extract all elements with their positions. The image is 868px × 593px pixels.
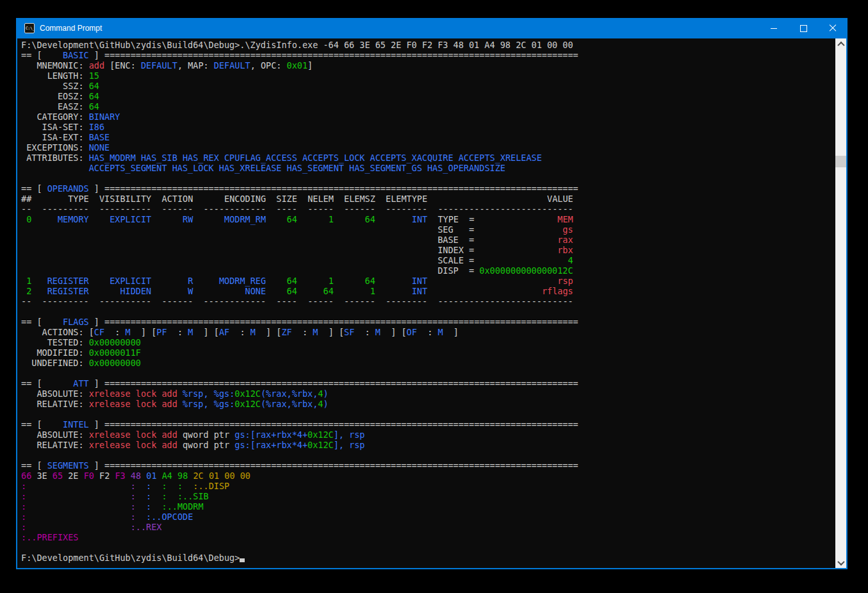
scrollbar[interactable] [835,38,846,568]
text-segment: ELEMSZ [344,194,375,204]
text-segment: 1 [370,286,375,296]
close-button[interactable] [818,18,848,38]
text-segment [26,501,131,512]
text-segment [63,471,68,481]
text-segment: -------------------------- [438,204,573,214]
text-segment [474,214,557,224]
text-segment: F:\Development\GitHub\zydis\Build64\Debu… [21,553,240,563]
chevron-down-icon [837,558,844,565]
text-segment: == [ [21,183,47,194]
text-segment [334,296,344,306]
text-segment: : [131,491,136,501]
text-segment: 1 [21,276,31,286]
text-segment: 0x12C [307,440,334,450]
text-segment: ---- [276,204,297,214]
text-segment: == [ [21,50,47,60]
text-segment: 0x0000011F [89,347,141,358]
scroll-down-button[interactable] [835,557,846,568]
text-segment: PF [156,327,167,337]
text-segment: ----- [307,296,334,306]
text-segment: xrelease lock add [89,399,177,409]
text-segment [151,276,188,286]
text-segment: 64 [323,286,334,296]
console-line: == [ FLAGS ] ===========================… [21,317,835,327]
text-segment: : [21,501,26,512]
text-segment: xrelease lock add [89,388,177,399]
text-segment [427,194,547,204]
text-segment [21,224,438,235]
text-segment: M [375,327,381,337]
maximize-icon [800,25,807,32]
text-segment: gs [562,224,573,235]
text-segment: AF [219,327,229,337]
text-segment: ## [21,194,31,204]
text-segment: qword ptr [177,430,234,440]
console-line: : : :..OPCODE [21,512,835,522]
console-line: EOSZ: 64 [21,91,835,101]
text-segment [297,194,307,204]
text-segment: xrelease lock add [89,440,177,450]
text-segment: qword ptr [177,440,234,450]
text-segment: 2C [193,471,203,481]
text-segment: ========================================… [104,183,578,194]
text-segment: ] [ [131,327,157,337]
console-line: CATEGORY: BINARY [21,112,835,122]
text-segment: BASIC [47,50,89,60]
scrollbar-thumb[interactable] [835,156,846,167]
text-segment [266,214,287,224]
text-segment: TYPE = [438,214,474,224]
text-segment [266,286,287,296]
console-line [21,450,835,460]
title-bar[interactable]: C:\_ Command Prompt [16,18,848,38]
minimize-button[interactable] [759,18,789,38]
console-line: == [ ATT ] =============================… [21,378,835,388]
text-segment: ] [89,183,104,194]
console-line: : : : : : :..DISP [21,481,835,491]
text-cursor [240,558,245,562]
text-segment: -- [21,204,31,214]
text-segment: M [126,327,131,337]
console-line: : : : :..MODRM [21,501,835,512]
text-segment: INT [412,276,427,286]
text-segment: 0x00000000 [89,358,141,368]
text-segment: MNEMONIC: [21,60,89,71]
text-segment: NONE [89,142,110,153]
text-segment [151,296,161,306]
text-segment: ] [443,327,459,337]
scroll-up-button[interactable] [835,38,846,49]
text-segment [21,235,438,245]
text-segment: ------ [344,296,375,306]
console-line: ISA-EXT: BASE [21,132,835,142]
text-segment: DEFAULT [214,60,250,71]
text-segment: : [417,327,438,337]
text-segment: : [162,491,167,501]
text-segment: : [229,327,250,337]
text-segment: xrelease lock add [89,430,177,440]
text-segment: ] [89,50,104,60]
console-line: : :..REX [21,522,835,532]
console-line: 1 REGISTER EXPLICIT R MODRM_REG 64 1 64 … [21,276,835,286]
text-segment: RELATIVE: [21,399,89,409]
text-segment: EXCEPTIONS: [21,142,89,153]
text-segment: HIDDEN [120,286,151,296]
console-output[interactable]: F:\Development\GitHub\zydis\Build64\Debu… [17,38,835,568]
text-segment [167,491,177,501]
console-line: ISA-SET: I86 [21,122,835,132]
text-segment: ========================================… [104,378,578,388]
text-segment: FLAGS [47,317,89,327]
text-segment: 4 [568,255,573,265]
text-segment: 1 [329,276,334,286]
maximize-button[interactable] [789,18,818,38]
text-segment [21,265,438,276]
console-body: F:\Development\GitHub\zydis\Build64\Debu… [16,38,848,569]
console-line: F:\Development\GitHub\zydis\Build64\Debu… [21,40,835,50]
text-segment: EASZ: [21,101,89,112]
text-segment: F3 [115,471,125,481]
text-segment: ------ [162,204,193,214]
text-segment: ] [89,317,104,327]
text-segment: ------------ [204,204,266,214]
cmd-icon[interactable]: C:\_ [24,23,35,33]
text-segment [427,296,438,306]
text-segment: MODRM_RM [224,214,266,224]
text-segment: ] [307,60,313,71]
